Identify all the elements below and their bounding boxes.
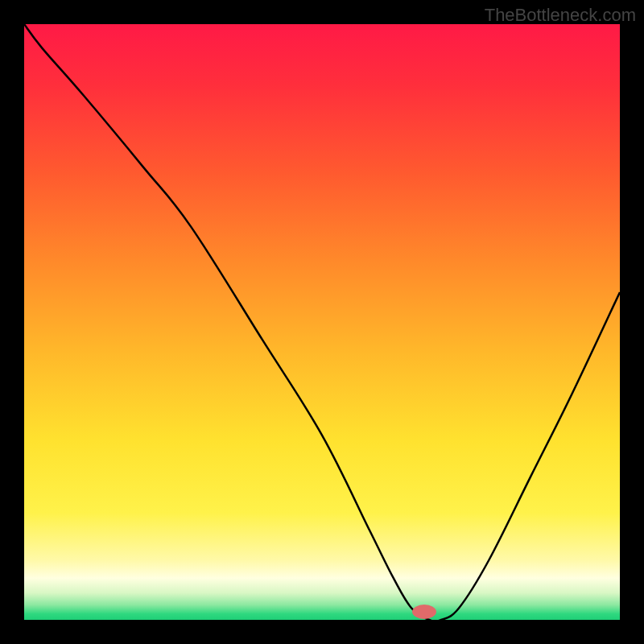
chart-container: TheBottleneck.com xyxy=(0,0,644,644)
plot-svg xyxy=(24,24,620,620)
optimal-marker xyxy=(412,605,436,619)
plot-area xyxy=(24,24,620,620)
watermark-text: TheBottleneck.com xyxy=(485,5,636,26)
gradient-background xyxy=(24,24,620,620)
